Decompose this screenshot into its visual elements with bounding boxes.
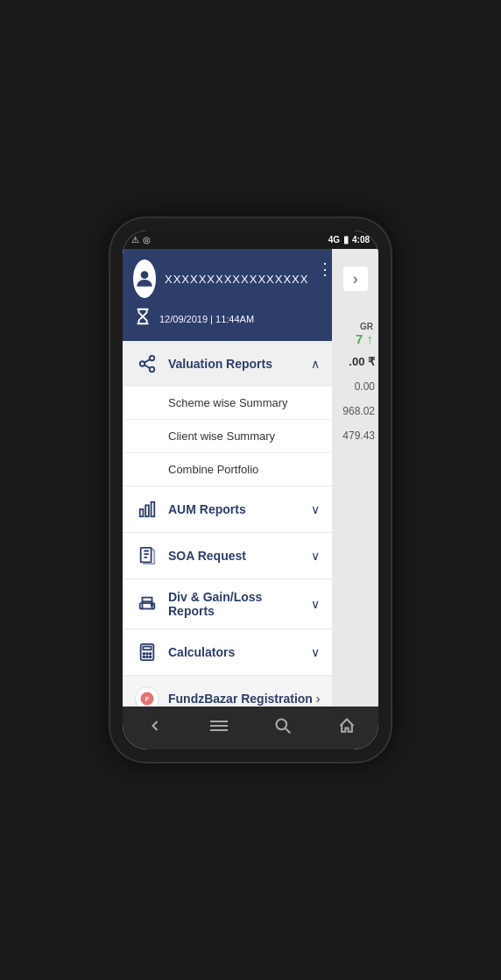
status-left: ⚠ ◎ [131,235,151,245]
panel-value2: .00 ₹ [332,355,378,368]
svg-point-19 [150,657,152,658]
svg-point-3 [150,367,155,373]
fundzbazar-logo-icon: F [135,686,159,707]
valuation-reports-label: Valuation Reports [168,357,311,371]
drawer-header: XXXXXXXXXXXXXXXXX ⋮ 12/09/2019 | 11:44AM [123,249,332,341]
scheme-wise-summary-item[interactable]: Scheme wise Summary [123,387,332,420]
svg-point-0 [141,271,149,279]
aum-reports-label: AUM Reports [168,502,311,516]
svg-line-4 [145,365,150,368]
share-nodes-icon [135,352,159,376]
scheme-wise-summary-label: Scheme wise Summary [168,396,288,409]
battery-icon: ▮ [343,234,349,245]
location-icon: ◎ [143,235,151,245]
svg-point-11 [152,604,153,606]
calculator-icon [135,640,159,664]
combine-portfolio-item[interactable]: Combine Portfolio [123,453,332,486]
combine-portfolio-label: Combine Portfolio [168,463,258,476]
person-icon [133,267,156,290]
right-panel: › GR 7 ↑ .00 ₹ 0.00 968.02 479.43 [332,249,378,707]
status-bar: ⚠ ◎ 4G ▮ 4:08 [123,231,378,249]
fundzbazar-label: FundzBazar Registration [168,692,316,706]
svg-rect-6 [140,509,144,516]
div-chevron-icon: ∨ [311,597,320,611]
time-display: 4:08 [352,235,370,245]
more-options-button[interactable]: ⋮ [317,259,332,279]
bar-chart-icon [135,497,159,522]
div-gain-loss-label: Div & Gain/Loss Reports [168,590,311,618]
fundzbazar-item[interactable]: F FundzBazar Registration › [123,676,332,707]
search-button[interactable] [264,714,302,742]
fundzbazar-svg: F [139,691,155,707]
svg-line-26 [285,728,289,733]
calculators-label: Calculators [168,645,311,659]
menu-section-valuation: Valuation Reports ∧ Scheme wise Summary … [123,341,332,486]
svg-point-1 [150,356,155,361]
svg-rect-13 [143,647,151,650]
status-right: 4G ▮ 4:08 [328,234,370,245]
svg-point-15 [146,653,148,655]
drawer-datetime: 12/09/2019 | 11:44AM [133,307,321,330]
svg-point-14 [143,653,145,655]
avatar [133,259,156,298]
client-wise-summary-item[interactable]: Client wise Summary [123,420,332,453]
username-display: XXXXXXXXXXXXXXXXX [165,273,308,286]
svg-point-25 [276,720,286,730]
bottom-nav [123,707,378,749]
home-button[interactable] [328,714,366,742]
aum-chevron-icon: ∨ [311,502,320,516]
phone-screen: ⚠ ◎ 4G ▮ 4:08 [123,231,378,749]
panel-value1: GR 7 ↑ [332,322,378,346]
svg-rect-8 [152,502,155,517]
back-button[interactable] [136,714,174,742]
client-wise-summary-label: Client wise Summary [168,430,275,443]
aum-reports-item[interactable]: AUM Reports ∨ [123,486,332,533]
svg-point-2 [140,361,145,366]
soa-request-label: SOA Request [168,549,311,563]
valuation-reports-header[interactable]: Valuation Reports ∧ [123,341,332,387]
drawer-user-row: XXXXXXXXXXXXXXXXX ⋮ [133,259,321,298]
forward-arrow-button[interactable]: › [343,266,368,291]
signal-icon: 4G [328,235,340,245]
panel-value3: 0.00 [332,380,378,393]
main-content: XXXXXXXXXXXXXXXXX ⋮ 12/09/2019 | 11:44AM [123,249,378,707]
warning-icon: ⚠ [131,235,139,245]
fundzbazar-arrow-icon: › [316,692,321,706]
svg-rect-7 [145,505,149,516]
svg-point-16 [150,653,152,655]
menu-button[interactable] [200,715,238,741]
hourglass-svg [133,307,152,326]
soa-request-item[interactable]: SOA Request ∨ [123,533,332,579]
panel-number1: 7 ↑ [332,331,373,346]
gr-label: GR [332,322,373,331]
valuation-chevron-icon: ∧ [311,357,320,371]
svg-text:F: F [145,695,150,703]
svg-line-5 [145,359,150,363]
print-icon [135,592,159,616]
div-gain-loss-item[interactable]: Div & Gain/Loss Reports ∨ [123,579,332,629]
hourglass-icon [133,307,152,330]
calculators-item[interactable]: Calculators ∨ [123,629,332,676]
svg-point-18 [146,657,148,658]
panel-value4: 968.02 [332,405,378,417]
calculators-chevron-icon: ∨ [311,645,320,659]
datetime-value: 12/09/2019 | 11:44AM [159,314,254,324]
document-icon [135,543,159,568]
soa-chevron-icon: ∨ [311,549,320,563]
phone-device: ⚠ ◎ 4G ▮ 4:08 [110,218,391,762]
panel-value5: 479.43 [332,430,378,442]
svg-point-17 [143,657,145,658]
drawer-menu: XXXXXXXXXXXXXXXXX ⋮ 12/09/2019 | 11:44AM [123,249,332,707]
